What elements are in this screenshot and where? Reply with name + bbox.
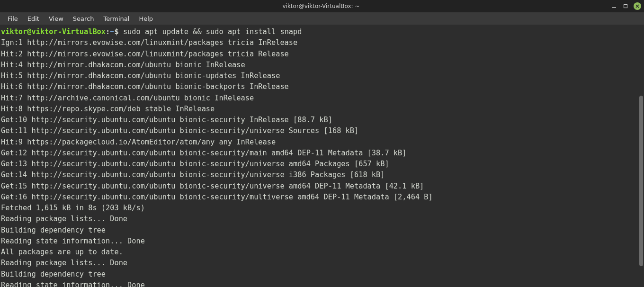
output-line: Reading package lists... Done: [1, 215, 127, 223]
menu-view[interactable]: View: [44, 13, 68, 24]
output-line: Fetched 1,615 kB in 8s (203 kB/s): [1, 204, 145, 212]
output-line: Get:14 http://security.ubuntu.com/ubuntu…: [1, 170, 385, 179]
output-line: Reading package lists... Done: [1, 259, 127, 267]
output-line: Hit:9 https://packagecloud.io/AtomEditor…: [1, 138, 276, 146]
output-line: Hit:2 http://mirrors.evowise.com/linuxmi…: [1, 50, 289, 58]
menu-edit[interactable]: Edit: [23, 13, 44, 24]
menu-terminal[interactable]: Terminal: [98, 13, 134, 24]
window-controls: [611, 2, 641, 10]
scrollbar[interactable]: [638, 25, 644, 287]
maximize-button[interactable]: [622, 3, 629, 9]
output-line: Hit:7 http://archive.canonical.com/ubunt…: [1, 94, 254, 102]
output-line: Building dependency tree: [1, 226, 106, 234]
output-line: Get:10 http://security.ubuntu.com/ubuntu…: [1, 116, 332, 124]
output-line: Building dependency tree: [1, 270, 106, 278]
output-line: Ign:1 http://mirrors.evowise.com/linuxmi…: [1, 38, 297, 47]
output-line: Hit:6 http://mirror.dhakacom.com/ubuntu …: [1, 82, 289, 91]
output-line: Get:13 http://security.ubuntu.com/ubuntu…: [1, 160, 389, 168]
prompt-colon: :: [106, 27, 110, 36]
minimize-icon: [612, 4, 617, 9]
command-text: sudo apt update && sudo apt install snap…: [123, 27, 302, 36]
output-line: Get:15 http://security.ubuntu.com/ubuntu…: [1, 182, 424, 190]
menu-help[interactable]: Help: [134, 13, 158, 24]
menu-file[interactable]: File: [3, 13, 23, 24]
maximize-icon: [623, 4, 628, 9]
terminal-output[interactable]: viktor@viktor-VirtualBox:~$ sudo apt upd…: [0, 25, 644, 287]
window-titlebar: viktor@viktor-VirtualBox: ~: [0, 0, 644, 12]
menu-search[interactable]: Search: [68, 13, 99, 24]
output-line: All packages are up to date.: [1, 248, 123, 256]
menubar: File Edit View Search Terminal Help: [0, 12, 644, 25]
output-line: Reading state information... Done: [1, 281, 145, 287]
minimize-button[interactable]: [611, 3, 617, 9]
output-line: Get:11 http://security.ubuntu.com/ubuntu…: [1, 126, 358, 135]
window-title: viktor@viktor-VirtualBox: ~: [31, 3, 611, 9]
close-icon: [635, 4, 639, 8]
scrollbar-thumb[interactable]: [639, 96, 643, 266]
output-line: Reading state information... Done: [1, 237, 145, 245]
prompt-dollar: $: [114, 27, 123, 36]
output-line: Get:12 http://security.ubuntu.com/ubuntu…: [1, 149, 406, 157]
output-line: Get:16 http://security.ubuntu.com/ubuntu…: [1, 193, 433, 201]
output-line: Hit:4 http://mirror.dhakacom.com/ubuntu …: [1, 61, 245, 69]
svg-rect-1: [624, 5, 627, 8]
output-line: Hit:5 http://mirror.dhakacom.com/ubuntu …: [1, 72, 280, 80]
output-line: Hit:8 https://repo.skype.com/deb stable …: [1, 105, 215, 113]
prompt-user-host: viktor@viktor-VirtualBox: [1, 27, 106, 36]
close-button[interactable]: [634, 2, 641, 10]
